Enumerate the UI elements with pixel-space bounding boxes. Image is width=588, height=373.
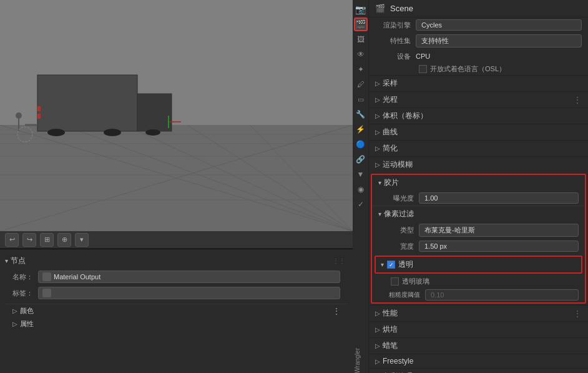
svg-point-22	[16, 112, 22, 119]
svg-rect-20	[37, 106, 41, 111]
freestyle-section[interactable]: ▷ Freestyle	[369, 354, 588, 368]
node-collapse-arrow: ▾	[5, 257, 8, 264]
property-label: 属性	[20, 319, 34, 329]
simplify-section[interactable]: ▷ 简化	[369, 140, 588, 156]
scene-header-icon: 🎬	[375, 4, 385, 13]
feature-set-btn[interactable]: 支持特性	[416, 34, 582, 47]
node-editor: ▾ 节点 ⋮⋮ 名称： Material Output 标签：	[0, 249, 353, 373]
scene-header-title: Scene	[390, 4, 413, 13]
name-field[interactable]: Material Output	[38, 271, 340, 283]
render-engine-btn[interactable]: Cycles	[416, 19, 582, 31]
film-arrow: ▾	[378, 179, 381, 186]
motionblur-section[interactable]: ▷ 运动模糊	[369, 156, 588, 172]
osl-checkbox[interactable]	[419, 65, 427, 73]
performance-arrow: ▷	[375, 310, 380, 317]
sidebar-icon-modifier[interactable]: 🔧	[354, 107, 368, 121]
filter-width-btn[interactable]: 1.50 px	[419, 241, 579, 252]
film-section[interactable]: ▾ 胶片	[372, 175, 585, 191]
undo-button[interactable]: ↩	[5, 233, 19, 247]
sampling-arrow: ▷	[375, 80, 380, 87]
bake-section[interactable]: ▷ 烘培	[369, 321, 588, 337]
sidebar-icon-material[interactable]: ◉	[354, 182, 368, 196]
exposure-value: 1.00	[424, 194, 438, 202]
device-value: CPU	[416, 52, 582, 60]
mode-button[interactable]: ⊕	[57, 233, 71, 247]
tag-field[interactable]	[38, 287, 340, 299]
redo-button[interactable]: ↪	[22, 233, 36, 247]
color-label: 颜色	[20, 306, 34, 316]
performance-dots[interactable]: ⋮	[573, 309, 582, 319]
roughness-btn[interactable]: 0.10	[425, 289, 579, 301]
sidebar-icon-data[interactable]: ▼	[354, 167, 368, 181]
sidebar-icon-physics[interactable]: 🔵	[354, 137, 368, 151]
sidebar-icon-scene[interactable]: 🎬	[354, 17, 368, 31]
tag-label: 标签：	[12, 289, 33, 298]
sampling-section[interactable]: ▷ 采样	[369, 75, 588, 91]
transparent-glass-checkbox[interactable]	[391, 277, 399, 286]
sidebar-icon-output[interactable]: 🖼	[354, 32, 368, 46]
node-section-header[interactable]: ▾ 节点 ⋮⋮	[5, 253, 348, 269]
render-engine-value: Cycles	[421, 21, 442, 29]
viewport: ↩ ↪ ⊞ ⊕ ▾ ▾ 节点 ⋮⋮ 名称： Material	[0, 0, 353, 373]
filter-type-btn[interactable]: 布莱克曼-哈里斯	[419, 224, 579, 237]
tag-row: 标签：	[5, 285, 348, 301]
icon-sidebar: 📷 🎬 🖼 👁 ✦ 🖊 ▭ 🔧 ⚡ 🔵 🔗 ▼ ◉ ✓ Wrangler	[353, 0, 369, 373]
viewport-3d[interactable]	[0, 0, 353, 231]
color-management-section[interactable]: ▷ 色彩管理	[369, 368, 588, 373]
volumes-section[interactable]: ▷ 体积（卷标）	[369, 107, 588, 124]
scene-header: 🎬 Scene	[369, 0, 588, 17]
sidebar-icon-check[interactable]: ✓	[354, 197, 368, 211]
transparent-label: 透明	[398, 259, 413, 270]
sidebar-icon-object[interactable]: ▭	[354, 92, 368, 106]
filter-width-value: 1.50 px	[424, 242, 447, 250]
exposure-btn[interactable]: 1.00	[419, 192, 579, 204]
sidebar-icon-freestyle[interactable]: 🖊	[354, 77, 368, 91]
node-type-icon	[42, 272, 51, 281]
osl-row: 开放式着色语言（OSL）	[369, 63, 588, 75]
color-section[interactable]: ▷ 颜色 ⋮	[5, 304, 348, 317]
wrangler-label: Wrangler	[354, 348, 361, 373]
property-section[interactable]: ▷ 属性	[5, 317, 348, 331]
bake-arrow: ▷	[375, 326, 380, 333]
wrangler-area: Wrangler	[354, 323, 368, 373]
candle-section[interactable]: ▷ 蜡笔	[369, 337, 588, 354]
transparent-glass-row: 透明玻璃	[372, 276, 585, 287]
dropdown-button[interactable]: ▾	[75, 233, 89, 247]
scene-svg	[0, 0, 353, 231]
property-arrow: ▷	[12, 321, 17, 327]
simplify-arrow: ▷	[375, 145, 380, 152]
render-engine-label: 渲染引擎	[375, 21, 416, 30]
color-menu-dots[interactable]: ⋮	[333, 307, 340, 316]
device-label: 设备	[375, 52, 416, 61]
lightpath-section[interactable]: ▷ 光程 ⋮	[369, 91, 588, 107]
sidebar-icon-compositing[interactable]: ✦	[354, 62, 368, 76]
sidebar-icon-view[interactable]: 👁	[354, 47, 368, 61]
bake-label: 烘培	[383, 324, 398, 335]
svg-rect-13	[37, 75, 137, 131]
transparent-glass-label: 透明玻璃	[402, 277, 429, 286]
transparent-checkbox[interactable]: ✓	[387, 261, 395, 269]
feature-set-label: 特性集	[375, 36, 416, 46]
view-button[interactable]: ⊞	[40, 233, 54, 247]
sidebar-icon-constraints[interactable]: 🔗	[354, 152, 368, 166]
tag-icon	[42, 289, 51, 297]
feature-set-value: 支持特性	[421, 37, 449, 44]
filter-width-label: 宽度	[378, 242, 419, 251]
freestyle-arrow: ▷	[375, 358, 380, 365]
right-panel: 📷 🎬 🖼 👁 ✦ 🖊 ▭ 🔧 ⚡ 🔵 🔗 ▼ ◉ ✓ Wrangler 🎬	[353, 0, 588, 373]
lightpath-label: 光程	[383, 94, 398, 105]
transparent-section-arrow: ▾	[381, 261, 384, 268]
sidebar-icon-particles[interactable]: ⚡	[354, 122, 368, 136]
film-label: 胶片	[384, 177, 399, 188]
properties-panel: 🎬 Scene 渲染引擎 Cycles 特性集 支持特性 设备 CPU	[369, 0, 588, 373]
lightpath-dots[interactable]: ⋮	[573, 95, 582, 105]
performance-section[interactable]: ▷ 性能 ⋮	[369, 305, 588, 321]
node-scroll-handle: ⋮⋮	[333, 257, 345, 264]
svg-rect-15	[137, 94, 172, 131]
svg-point-17	[104, 129, 121, 136]
pixel-filter-section[interactable]: ▾ 像素过滤	[372, 206, 585, 222]
curves-section[interactable]: ▷ 曲线	[369, 124, 588, 140]
sidebar-icon-render[interactable]: 📷	[354, 2, 368, 16]
curves-arrow: ▷	[375, 129, 380, 136]
filter-type-row: 类型 布莱克曼-哈里斯	[372, 222, 585, 239]
